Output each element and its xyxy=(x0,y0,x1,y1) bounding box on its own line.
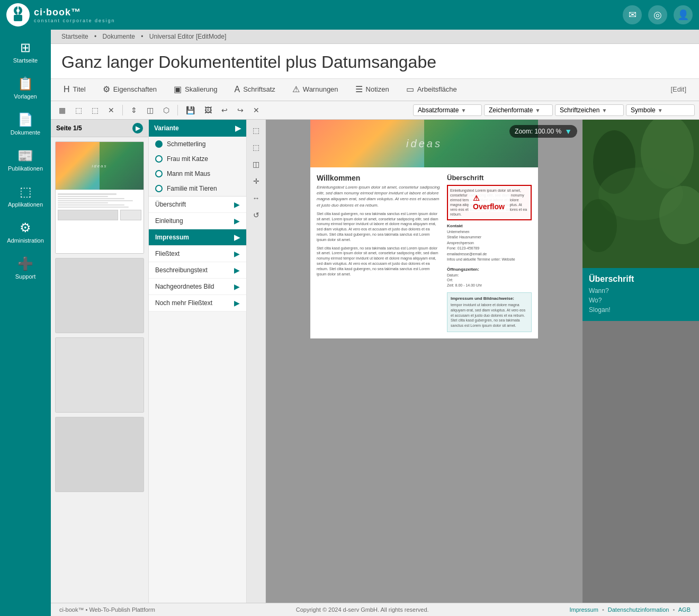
section-nachgeordnetes-bild[interactable]: Nachgeordnetes Bild ▶ xyxy=(149,279,246,294)
pages-panel: Seite 1/5 ▶ ideas xyxy=(51,120,149,603)
section-fliestext[interactable]: Fließtext ▶ xyxy=(149,246,246,262)
tab-arbeitsflaeche[interactable]: ▭ Arbeitsfläche xyxy=(398,79,465,101)
tab-titel[interactable]: H Titel xyxy=(55,79,94,101)
right-side-panel: Überschrift Wann? Wo? Slogan! xyxy=(582,120,699,603)
absatzformate-select[interactable]: Absatzformate ▼ xyxy=(413,104,482,116)
tab-edit[interactable]: [Edit] xyxy=(662,80,695,100)
section-impressum[interactable]: Impressum ▶ xyxy=(149,229,246,245)
radio-schmetterling xyxy=(155,140,163,148)
variant-mann-maus[interactable]: Mann mit Maus xyxy=(149,166,246,181)
doc-col-left: Willkommen Einleitungstext Lorem ipsum d… xyxy=(317,174,441,332)
welcome-body1: Stet clita kasd gubergren, no sea takima… xyxy=(317,211,441,243)
radio-frau-katze xyxy=(155,155,163,163)
welcome-body2: Stet clita kasd gubergren, no sea takima… xyxy=(317,246,441,277)
tab-notizen[interactable]: ☰ Notizen xyxy=(347,79,398,101)
logo[interactable]: ci·book™ constant corporate design xyxy=(6,3,115,26)
variant-frau-katze-label: Frau mit Katze xyxy=(167,155,208,163)
sidebar-item-dokumente[interactable]: 📄 Dokumente xyxy=(0,106,51,142)
fliestext-item-group: Fließtext ▶ xyxy=(149,246,246,262)
tab-warnungen[interactable]: ⚠ Warnungen xyxy=(284,79,347,101)
tab-titel-label: Titel xyxy=(73,85,86,93)
redo-btn[interactable]: ↪ xyxy=(234,103,247,117)
page-thumbnail-1[interactable]: ideas xyxy=(55,141,144,254)
resize-btn[interactable]: ⇕ xyxy=(127,103,141,117)
sidebar-item-startseite[interactable]: ⊞ Startseite xyxy=(0,34,51,70)
side-tool-rotate[interactable]: ↺ xyxy=(249,208,264,222)
move-btn[interactable]: ⬡ xyxy=(159,103,173,117)
footer-left: ci-book™ • Web-To-Publish Plattform xyxy=(59,606,155,613)
variante-header[interactable]: Variante ▶ xyxy=(149,120,246,137)
breadcrumb-dokumente[interactable]: Dokumente xyxy=(103,33,135,40)
symbole-select[interactable]: Symbole ▼ xyxy=(626,104,695,116)
mail-icon-button[interactable]: ✉ xyxy=(623,5,642,24)
schriftsatz-icon: A xyxy=(234,85,240,94)
schriftzeichen-select[interactable]: Schriftzeichen ▼ xyxy=(555,104,624,116)
section-ueberschrift[interactable]: Überschrift ▶ xyxy=(149,197,246,212)
layers-btn[interactable]: ◫ xyxy=(143,103,157,117)
pages-nav-btn[interactable]: ▶ xyxy=(132,123,143,133)
side-tool-frame2[interactable]: ⬚ xyxy=(249,140,264,155)
section-beschreibungstext[interactable]: Beschreibungstext ▶ xyxy=(149,262,246,278)
variante-arrow: ▶ xyxy=(235,124,241,132)
tab-schriftsatz[interactable]: A Schriftsatz xyxy=(226,79,283,101)
right-panel-title: Überschrift xyxy=(589,274,693,284)
delete-btn[interactable]: ✕ xyxy=(249,103,263,117)
breadcrumb-sep2: • xyxy=(141,33,143,40)
close-btn[interactable]: ✕ xyxy=(104,103,118,117)
variant-familie-tieren[interactable]: Familie mit Tieren xyxy=(149,181,246,196)
side-tool-layers[interactable]: ◫ xyxy=(249,157,264,172)
save-btn[interactable]: 💾 xyxy=(182,103,199,117)
right-panel-where: Wo? xyxy=(589,296,693,305)
publications-icon: 📰 xyxy=(17,148,33,163)
schriftzeichen-arrow: ▼ xyxy=(602,108,607,113)
fliestext-arrow: ▶ xyxy=(234,249,240,258)
sidebar-item-applikationen[interactable]: ⬚ Applikationen xyxy=(0,178,51,214)
frame2-btn[interactable]: ⬚ xyxy=(88,103,102,117)
tab-eigenschaften[interactable]: ⚙ Eigenschaften xyxy=(94,79,165,101)
right-panel-slogan: Slogan! xyxy=(589,305,693,315)
image-btn[interactable]: 🖼 xyxy=(201,103,216,117)
nachgeordnetes-bild-arrow: ▶ xyxy=(234,282,240,291)
impressum-arrow: ▶ xyxy=(234,233,240,242)
compass-icon-button[interactable]: ◎ xyxy=(648,5,667,24)
contact-phone: Fone: 0123-456789 xyxy=(447,246,532,252)
user-icon-button[interactable]: 👤 xyxy=(674,5,693,24)
footer-link-agb[interactable]: AGB xyxy=(678,606,691,613)
tab-notizen-label: Notizen xyxy=(366,85,389,93)
footer-link-datenschutz[interactable]: Datenschutzinformation xyxy=(608,606,669,613)
sidebar-item-administration[interactable]: ⚙ Administration xyxy=(0,214,51,250)
noch-mehr-fliestext-item-group: Noch mehr Fließtext ▶ xyxy=(149,295,246,311)
doc-ideas-text: ideas xyxy=(406,138,442,150)
nature-illustration xyxy=(582,120,699,268)
grid-btn[interactable]: ▦ xyxy=(55,103,69,117)
warnungen-icon: ⚠ xyxy=(292,84,300,94)
frame-btn[interactable]: ⬚ xyxy=(71,103,86,117)
toolbar-tabs: H Titel ⚙ Eigenschaften ▣ Skalierung A S… xyxy=(51,79,699,101)
top-navigation: ci·book™ constant corporate design ✉ ◎ 👤 xyxy=(0,0,699,30)
page-thumbnail-2[interactable] xyxy=(55,258,144,333)
side-tool-move[interactable]: ✛ xyxy=(249,174,264,189)
footer-link-impressum[interactable]: Impressum xyxy=(569,606,598,613)
undo-btn[interactable]: ↩ xyxy=(218,103,231,117)
side-tool-zoom[interactable]: ↔ xyxy=(249,191,264,206)
sub-toolbar: ▦ ⬚ ⬚ ✕ ⇕ ◫ ⬡ 💾 🖼 ↩ ↪ ✕ Absatzformate ▼ … xyxy=(51,101,699,120)
sep1 xyxy=(122,105,123,115)
side-tool-frame[interactable]: ⬚ xyxy=(249,123,264,138)
page-thumbnail-3[interactable] xyxy=(55,337,144,413)
zeichenformate-select[interactable]: Zeichenformate ▼ xyxy=(484,104,553,116)
section-noch-mehr-fliestext[interactable]: Noch mehr Fließtext ▶ xyxy=(149,295,246,311)
contact-person: Ansprechperson xyxy=(447,240,532,246)
section-einleitung[interactable]: Einleitung ▶ xyxy=(149,213,246,229)
right-panel-content: Überschrift Wann? Wo? Slogan! xyxy=(582,268,699,321)
sidebar-item-publikationen[interactable]: 📰 Publikationen xyxy=(0,142,51,178)
tab-skalierung[interactable]: ▣ Skalierung xyxy=(165,79,226,101)
zoom-indicator[interactable]: Zoom: 100.00 % ▼ xyxy=(509,125,577,138)
breadcrumb-startseite[interactable]: Startseite xyxy=(61,33,88,40)
right-panel-nature-image xyxy=(582,120,699,268)
variant-frau-katze[interactable]: Frau mit Katze xyxy=(149,151,246,166)
page-thumbnail-4[interactable] xyxy=(55,417,144,492)
variant-schmetterling[interactable]: Schmetterling xyxy=(149,137,246,151)
radio-familie-tieren xyxy=(155,185,163,192)
sidebar-item-vorlagen[interactable]: 📋 Vorlagen xyxy=(0,70,51,106)
sidebar-item-support[interactable]: ➕ Support xyxy=(0,250,51,286)
